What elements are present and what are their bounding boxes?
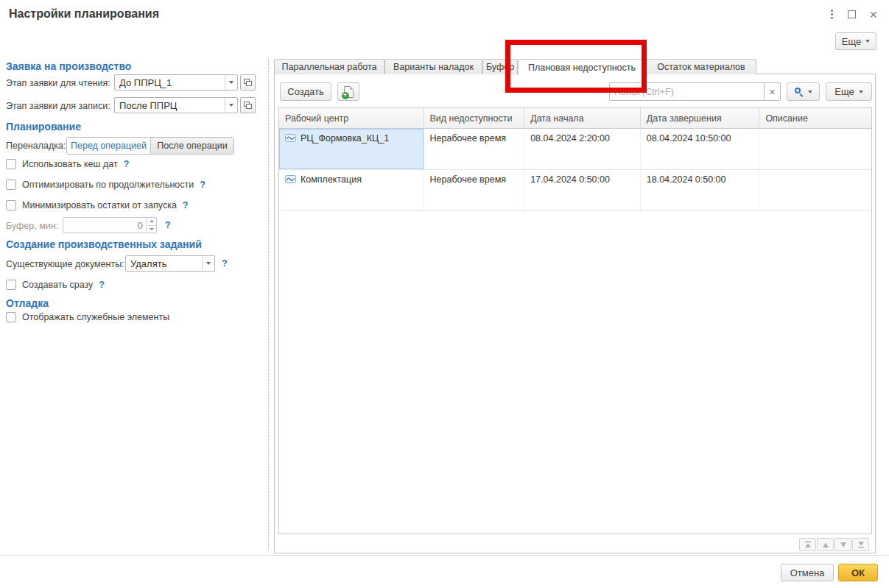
use-date-cache-checkbox[interactable] (6, 159, 16, 169)
show-service-elements-row: Отображать служебные элементы (6, 312, 169, 322)
write-stage-combo[interactable]: После ППРЦ (114, 97, 238, 113)
table-row[interactable]: РЦ_Формовка_КЦ_1 Нерабочее время 08.04.2… (279, 129, 871, 170)
buffer-label: Буфер, мин: (6, 221, 58, 231)
move-to-bottom-icon (857, 541, 865, 548)
help-icon[interactable]: ? (99, 280, 105, 290)
date-end-cell[interactable]: 08.04.2024 10:50:00 (641, 129, 760, 169)
date-start-cell[interactable]: 17.04.2024 0:50:00 (524, 170, 641, 210)
work-center-text: Комплектация (301, 174, 362, 185)
section-heading-production-request: Заявка на производство (6, 60, 131, 72)
help-icon[interactable]: ? (165, 220, 171, 230)
use-date-cache-row: Использовать кеш дат ? (6, 159, 129, 169)
description-cell[interactable] (759, 129, 871, 169)
create-by-copy-button[interactable]: + (337, 82, 359, 101)
write-stage-open-button[interactable] (240, 97, 256, 113)
list-more-label: Еще (834, 86, 854, 97)
tab-setup-variants[interactable]: Варианты наладок (384, 59, 482, 74)
changeover-before-button[interactable]: Перед операцией (67, 138, 150, 154)
minimize-remainders-label: Минимизировать остатки от запуска (22, 200, 177, 210)
column-header-date-end[interactable]: Дата завершения (641, 108, 760, 128)
chevron-down-icon (859, 91, 863, 93)
existing-docs-label: Существующие документы: (6, 259, 124, 269)
unavailability-type-cell[interactable]: Нерабочее время (424, 129, 525, 169)
window-more-button[interactable]: Еще (835, 32, 876, 50)
maximize-icon[interactable] (848, 10, 856, 18)
changeover-after-button[interactable]: После операции (150, 138, 233, 154)
unavailability-table: Рабочий центр Вид недоступности Дата нач… (278, 107, 872, 534)
create-immediately-label: Создавать сразу (22, 280, 93, 290)
column-header-description[interactable]: Описание (759, 108, 871, 128)
help-icon[interactable]: ? (183, 200, 189, 210)
table-row[interactable]: Комплектация Нерабочее время 17.04.2024 … (279, 170, 871, 211)
magnifier-icon (794, 87, 804, 96)
chevron-down-icon (808, 91, 812, 93)
list-more-button[interactable]: Еще (826, 82, 872, 101)
close-icon[interactable]: × (869, 10, 877, 20)
move-down-icon (840, 542, 847, 548)
kebab-menu-icon[interactable] (829, 8, 834, 21)
clear-search-icon[interactable]: × (764, 82, 781, 101)
buffer-field[interactable]: 0 (63, 217, 157, 233)
column-header-date-start[interactable]: Дата начала (524, 108, 641, 128)
read-stage-combo[interactable]: До ППРЦ_1 (114, 74, 238, 91)
read-stage-open-button[interactable] (240, 74, 256, 91)
spinner-up-icon[interactable] (147, 218, 156, 226)
unavailability-type-cell[interactable]: Нерабочее время (424, 170, 525, 210)
show-service-elements-checkbox[interactable] (6, 312, 16, 322)
table-header: Рабочий центр Вид недоступности Дата нач… (279, 108, 871, 129)
panel-splitter[interactable] (268, 59, 269, 549)
help-icon[interactable]: ? (200, 180, 205, 190)
move-to-top-button[interactable] (799, 538, 816, 551)
read-stage-dropdown-icon[interactable] (225, 75, 237, 90)
spinner-down-icon[interactable] (147, 226, 156, 233)
window-controls: × (829, 8, 877, 21)
help-icon[interactable]: ? (124, 159, 130, 169)
tab-planned-unavailability[interactable]: Плановая недоступность (518, 59, 646, 75)
column-header-work-center[interactable]: Рабочий центр (279, 108, 424, 128)
work-center-cell[interactable]: Комплектация (279, 170, 424, 210)
existing-docs-dropdown-icon[interactable] (202, 256, 214, 271)
tab-material-remainder[interactable]: Остаток материалов (646, 59, 756, 74)
description-cell[interactable] (759, 170, 871, 210)
create-immediately-row: Создавать сразу ? (6, 280, 105, 290)
work-center-text: РЦ_Формовка_КЦ_1 (301, 133, 389, 144)
existing-docs-combo[interactable]: Удалять (125, 255, 215, 272)
work-center-icon (285, 175, 296, 183)
move-to-bottom-button[interactable] (852, 538, 869, 551)
use-date-cache-label: Использовать кеш дат (22, 159, 118, 169)
section-heading-debug: Отладка (6, 297, 49, 309)
show-service-elements-label: Отображать служебные элементы (22, 312, 169, 322)
tab-buffer[interactable]: Буфер (482, 59, 518, 74)
optimize-duration-label: Оптимизировать по продолжительности (22, 180, 194, 190)
create-button[interactable]: Создать (280, 82, 331, 101)
search-button[interactable] (787, 82, 820, 101)
optimize-duration-checkbox[interactable] (6, 180, 16, 190)
write-stage-dropdown-icon[interactable] (225, 98, 237, 113)
ok-button[interactable]: ОК (838, 564, 878, 581)
chevron-down-icon (865, 40, 870, 43)
move-down-button[interactable] (834, 538, 851, 551)
work-center-cell[interactable]: РЦ_Формовка_КЦ_1 (279, 129, 424, 169)
cancel-button[interactable]: Отмена (781, 564, 834, 581)
minimize-remainders-checkbox[interactable] (6, 200, 16, 210)
create-immediately-checkbox[interactable] (6, 280, 16, 290)
date-start-cell[interactable]: 08.04.2024 2:20:00 (524, 129, 641, 169)
changeover-label: Переналадка: (6, 141, 66, 151)
column-header-unavailability-type[interactable]: Вид недоступности (424, 108, 525, 128)
read-stage-value: До ППРЦ_1 (115, 75, 225, 90)
window-title: Настройки планирования (9, 7, 159, 21)
date-end-cell[interactable]: 18.04.2024 0:50:00 (641, 170, 760, 210)
tab-parallel-work[interactable]: Параллельная работа (274, 59, 384, 74)
minimize-remainders-row: Минимизировать остатки от запуска ? (6, 200, 189, 210)
help-icon[interactable]: ? (222, 258, 228, 269)
search-input[interactable] (609, 82, 764, 101)
read-stage-label: Этап заявки для чтения: (6, 78, 110, 88)
move-to-top-icon (804, 541, 812, 548)
optimize-duration-row: Оптимизировать по продолжительности ? (6, 180, 205, 190)
window-more-label: Еще (842, 36, 861, 47)
footer-divider (0, 555, 889, 556)
changeover-toggle: Перед операцией После операции (66, 137, 234, 155)
write-stage-label: Этап заявки для записи: (6, 101, 110, 111)
move-up-button[interactable] (817, 538, 834, 551)
move-up-icon (822, 542, 829, 548)
